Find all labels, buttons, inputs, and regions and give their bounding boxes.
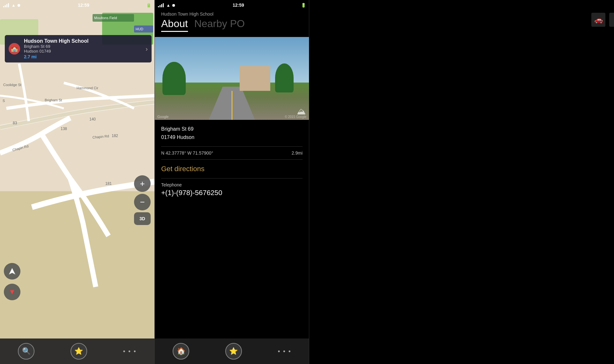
- zoom-out-button[interactable]: −: [134, 194, 151, 210]
- more-menu-2[interactable]: • • •: [278, 348, 291, 355]
- nav-center-button[interactable]: [4, 263, 20, 280]
- poi-info: Hudson Town High School Brigham St 69 Hu…: [24, 38, 142, 59]
- status-bar-2: ▲ ⏺ 12:59 🔋: [155, 0, 309, 10]
- phone-number[interactable]: +(1)-(978)-5676250: [161, 189, 303, 197]
- tree-2: [275, 63, 294, 92]
- street-view-copyright: © 2015 Google: [285, 115, 306, 119]
- svg-text:182: 182: [112, 134, 118, 138]
- divider-3: [161, 178, 303, 178]
- poi-arrow-icon[interactable]: ›: [146, 45, 148, 53]
- zoom-in-button[interactable]: +: [134, 175, 151, 192]
- coords-distance: 2.9mi: [292, 150, 303, 156]
- walk-mode-button[interactable]: 🚶: [609, 13, 614, 27]
- svg-text:Moultons Field: Moultons Field: [94, 16, 117, 20]
- favorites-button-1[interactable]: ⭐: [71, 343, 87, 360]
- svg-rect-2: [0, 191, 154, 364]
- wifi-icon-1: ▲: [11, 3, 16, 8]
- recording-icon-2: ⏺: [172, 3, 176, 8]
- poi-street: Brigham St 69: [24, 44, 142, 49]
- car-mode-button[interactable]: 🚗: [591, 13, 605, 27]
- favorites-button-2[interactable]: ⭐: [225, 343, 242, 360]
- svg-text:138: 138: [61, 127, 67, 131]
- detail-body: Brigham St 69 01749 Hudson N 42.37778° W…: [155, 120, 309, 202]
- status-bar-1: ▲ ⏺ 12:59 🔋: [0, 0, 154, 10]
- svg-text:Coolidge St: Coolidge St: [3, 83, 21, 87]
- poi-city: Hudson 01749: [24, 49, 142, 54]
- svg-text:Chapin Rd: Chapin Rd: [92, 134, 109, 139]
- building: [240, 66, 271, 91]
- svg-text:140: 140: [89, 117, 96, 121]
- panel-route-selection: 290 290 495 20W River Rd Broad St Main S…: [309, 0, 614, 364]
- bottom-bar-1: 🔍 ⭐ • • •: [0, 339, 154, 364]
- compass-needle-icon: ▼: [9, 288, 16, 296]
- tab-nearby[interactable]: Nearby PO: [194, 18, 245, 32]
- signal-area-1: ▲ ⏺: [3, 3, 21, 8]
- road-center-line: [231, 91, 232, 120]
- address-line1: Brigham St 69: [161, 125, 303, 133]
- time-1: 12:59: [78, 3, 89, 8]
- svg-text:HUD: HUD: [136, 27, 143, 31]
- bottom-bar-2: 🏠 ⭐ • • •: [155, 339, 309, 364]
- detail-subtitle: Hudson Town High School: [161, 11, 303, 17]
- divider-1: [161, 146, 303, 147]
- svg-text:181: 181: [105, 181, 112, 186]
- tree-1: [162, 62, 185, 95]
- home-icon-2: 🏠: [177, 347, 185, 355]
- search-icon-1: 🔍: [22, 347, 31, 355]
- signal-area-2: ▲ ⏺: [158, 3, 176, 8]
- detail-address: Brigham St 69 01749 Hudson: [161, 125, 303, 141]
- zoom-controls: + − 3D: [134, 175, 151, 225]
- address-line2: 01749 Hudson: [161, 133, 303, 142]
- wifi-icon-2: ▲: [166, 3, 170, 8]
- svg-marker-19: [9, 268, 15, 274]
- transport-mode-icons: 🚗 🚶: [591, 13, 614, 27]
- signal-bars-1: [3, 3, 9, 7]
- star-icon-2: ⭐: [229, 347, 238, 355]
- detail-coordinates: N 42.37778° W 71.57900° 2.9mi: [161, 150, 303, 156]
- svg-text:83: 83: [13, 121, 17, 125]
- home-button-2[interactable]: 🏠: [173, 343, 189, 360]
- compass[interactable]: ▼: [4, 284, 20, 300]
- 3d-button[interactable]: 3D: [134, 212, 151, 225]
- tab-about[interactable]: About: [161, 18, 188, 32]
- battery-1: 🔋: [146, 3, 151, 8]
- poi-card[interactable]: 🏫 Hudson Town High School Brigham St 69 …: [5, 35, 152, 62]
- svg-text:Brigham St: Brigham St: [45, 98, 62, 102]
- poi-name: Hudson Town High School: [24, 38, 142, 44]
- search-button-1[interactable]: 🔍: [18, 343, 34, 360]
- phone-label: Telephone: [161, 182, 303, 187]
- detail-tabs: About Nearby PO: [161, 18, 303, 32]
- battery-2: 🔋: [301, 3, 306, 8]
- star-icon-1: ⭐: [74, 347, 83, 355]
- nav-arrow-icon: [8, 267, 17, 276]
- street-view-image[interactable]: ⛰ Google © 2015 Google: [155, 37, 309, 120]
- svg-text:Hammond Cir: Hammond Cir: [77, 86, 98, 90]
- school-icon: 🏫: [11, 45, 18, 52]
- panel-navigation-map: ▲ ⏺ 12:59 🔋: [0, 0, 154, 364]
- panel-location-detail: ▲ ⏺ 12:59 🔋 Hudson Town High School Abou…: [154, 0, 309, 364]
- poi-distance: 2.7 mi: [24, 54, 142, 59]
- time-2: 12:59: [233, 3, 244, 8]
- svg-text:S: S: [3, 99, 5, 103]
- more-menu-1[interactable]: • • •: [123, 348, 137, 355]
- poi-icon: 🏫: [9, 43, 20, 55]
- recording-icon-1: ⏺: [17, 3, 21, 8]
- divider-2: [161, 159, 303, 160]
- get-directions-button[interactable]: Get directions: [161, 165, 303, 173]
- signal-bars-2: [158, 3, 164, 7]
- coords-text: N 42.37778° W 71.57900°: [161, 150, 213, 156]
- google-branding: Google: [157, 115, 168, 119]
